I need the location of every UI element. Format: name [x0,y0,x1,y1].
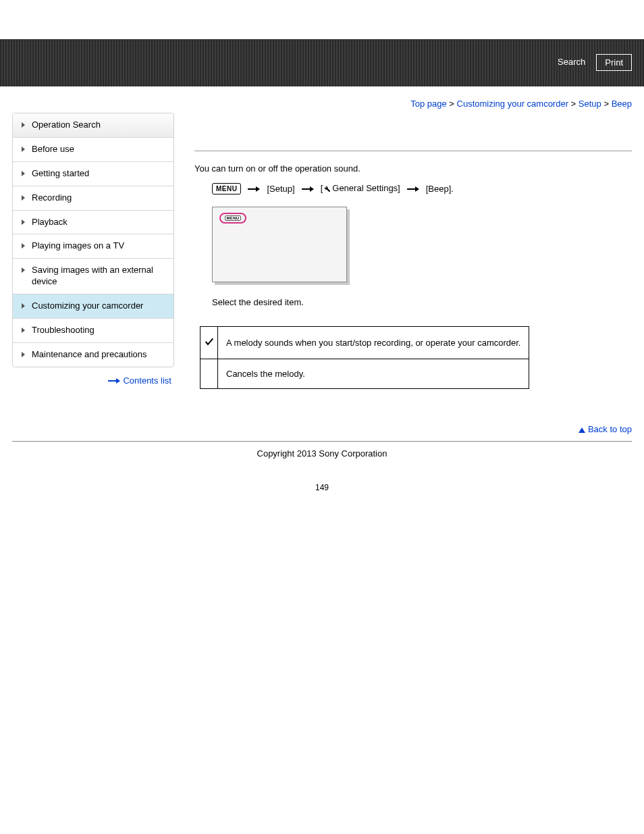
chevron-right-icon [22,219,25,225]
option-check-cell [200,327,218,359]
divider [12,441,632,442]
header-buttons: Search Print [554,54,632,71]
contents-list-row: Contents list [12,367,174,386]
sidebar-item-operation-search[interactable]: Operation Search [13,113,173,138]
menu-step-general-label: General Settings] [332,183,400,193]
menu-step-setup: [Setup] [267,184,294,194]
sidebar-item-customizing[interactable]: Customizing your camcorder [13,294,173,319]
menu-step-beep: [Beep]. [426,184,454,194]
breadcrumb-sep: > [447,99,457,109]
table-row: Cancels the melody. [200,359,529,389]
chevron-right-icon [22,243,25,249]
option-desc: Cancels the melody. [218,359,529,389]
chevron-right-icon [22,303,25,309]
triangle-up-icon [579,427,585,433]
option-desc: A melody sounds when you start/stop reco… [218,327,529,359]
contents-list-link[interactable]: Contents list [123,375,171,386]
sidebar-item-label: Playing images on a TV [32,240,124,251]
arrow-right-icon [248,186,260,192]
sidebar-item-playing-tv[interactable]: Playing images on a TV [13,234,173,259]
chevron-right-icon [22,147,25,152]
breadcrumb-link-setup[interactable]: Setup [579,99,601,109]
options-table: A melody sounds when you start/stop reco… [200,326,529,389]
header-band: Search Print [0,39,644,86]
breadcrumb-link-top[interactable]: Top page [410,99,447,109]
breadcrumb-sep: > [568,99,579,109]
chevron-right-icon [22,171,25,176]
sidebar-item-getting-started[interactable]: Getting started [13,162,173,186]
breadcrumb-link-beep[interactable]: Beep [612,99,632,109]
instruction-text: Select the desired item. [212,297,632,307]
chevron-right-icon [22,195,25,201]
back-to-top-link[interactable]: Back to top [588,424,632,434]
chevron-right-icon [22,122,25,128]
option-check-cell [200,359,218,389]
sidebar: Operation Search Before use Getting star… [12,113,174,386]
menu-badge: MENU [212,183,241,194]
wrench-icon [323,184,331,194]
breadcrumb-link-customizing[interactable]: Customizing your camcorder [457,99,568,109]
sidebar-item-label: Getting started [32,168,89,178]
sidebar-item-label: Saving images with an external device [32,265,153,286]
sidebar-item-label: Playback [32,217,68,227]
menu-step-general: [General Settings] [321,183,400,194]
sidebar-item-label: Before use [32,144,74,154]
screenshot-box: MENU [212,207,347,282]
sidebar-item-recording[interactable]: Recording [13,186,173,211]
arrow-right-icon [302,186,314,192]
sidebar-item-label: Maintenance and precautions [32,349,147,359]
table-row: A melody sounds when you start/stop reco… [200,327,529,359]
sidebar-item-label: Troubleshooting [32,325,95,335]
print-button[interactable]: Print [596,54,632,71]
sidebar-nav: Operation Search Before use Getting star… [12,113,174,367]
sidebar-item-label: Customizing your camcorder [32,301,143,311]
screenshot-menu-badge: MENU [225,215,242,221]
sidebar-item-label: Recording [32,192,72,203]
sidebar-item-maintenance[interactable]: Maintenance and precautions [13,343,173,367]
sidebar-item-troubleshooting[interactable]: Troubleshooting [13,319,173,343]
check-icon [204,336,215,349]
sidebar-item-before-use[interactable]: Before use [13,138,173,162]
copyright-text: Copyright 2013 Sony Corporation [0,448,644,459]
sidebar-item-label: Operation Search [32,120,101,130]
chevron-right-icon [22,328,25,333]
chevron-right-icon [22,267,25,273]
intro-text: You can turn on or off the operation sou… [194,163,632,174]
divider [194,151,632,151]
breadcrumb-sep: > [601,99,612,109]
arrow-right-icon [407,186,419,192]
breadcrumb: Top page > Customizing your camcorder > … [0,86,644,113]
page-number: 149 [0,483,644,492]
screenshot-highlight: MENU [219,213,246,224]
main-content: You can turn on or off the operation sou… [194,113,632,389]
chevron-right-icon [22,352,25,357]
sidebar-item-playback[interactable]: Playback [13,211,173,235]
back-to-top-row: Back to top [0,389,644,438]
arrow-right-icon [108,379,120,383]
screenshot-illustration: MENU [212,207,632,282]
sidebar-item-saving-external[interactable]: Saving images with an external device [13,259,173,294]
menu-path: MENU [Setup] [General Settings] [Beep]. [212,183,632,194]
search-button[interactable]: Search [554,54,589,71]
